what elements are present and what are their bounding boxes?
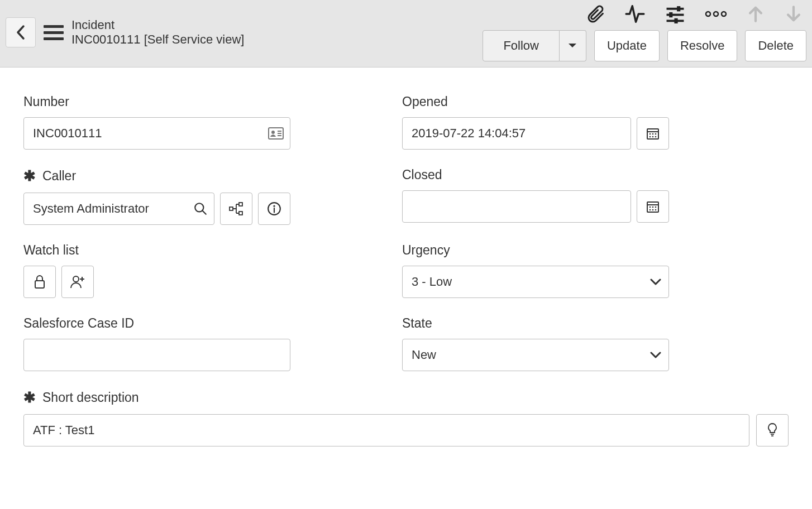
settings-icon[interactable] [665, 4, 686, 23]
urgency-select[interactable] [402, 266, 669, 298]
add-user-icon [70, 275, 85, 289]
svg-point-39 [73, 276, 79, 282]
chevron-left-icon [16, 25, 26, 40]
menu-button[interactable] [44, 25, 64, 40]
svg-line-23 [202, 210, 206, 214]
follow-button-group: Follow [483, 30, 586, 61]
more-icon[interactable] [705, 11, 727, 17]
svg-point-10 [271, 131, 275, 134]
svg-point-32 [649, 207, 651, 208]
number-label: Number [23, 94, 290, 109]
update-button[interactable]: Update [594, 30, 660, 61]
svg-rect-26 [239, 212, 242, 215]
caller-input[interactable] [23, 193, 214, 225]
svg-point-34 [655, 207, 657, 208]
short-description-label: ✱ Short description [23, 389, 789, 406]
salesforce-label: Salesforce Case ID [23, 316, 290, 331]
svg-rect-3 [669, 12, 672, 17]
calendar-icon [646, 127, 660, 140]
title-block: Incident INC0010111 [Self Service view] [71, 18, 244, 47]
form-body: Number Opened ✱ Caller [0, 68, 812, 476]
lock-icon [34, 275, 46, 289]
svg-rect-25 [239, 203, 242, 206]
record-type: Incident [71, 18, 244, 32]
record-title: INC0010111 [Self Service view] [71, 32, 244, 47]
svg-point-17 [652, 133, 654, 135]
caller-tree-button[interactable] [220, 193, 252, 225]
watch-list-add-user-button[interactable] [61, 266, 94, 298]
svg-rect-1 [677, 6, 680, 11]
svg-rect-24 [230, 207, 233, 210]
watch-list-lock-button[interactable] [23, 266, 56, 298]
search-icon [193, 201, 208, 216]
closed-date-picker-button[interactable] [637, 190, 669, 223]
urgency-label: Urgency [402, 243, 669, 258]
closed-input[interactable] [402, 190, 631, 223]
caller-label: ✱ Caller [23, 167, 290, 185]
number-input[interactable] [23, 117, 290, 150]
svg-point-28 [273, 205, 275, 207]
calendar-icon [646, 200, 660, 213]
svg-point-20 [652, 136, 654, 138]
follow-button[interactable]: Follow [483, 30, 560, 61]
required-asterisk-icon: ✱ [23, 167, 36, 185]
short-description-input[interactable] [23, 414, 749, 446]
salesforce-input[interactable] [23, 339, 290, 371]
opened-date-picker-button[interactable] [637, 117, 669, 150]
lightbulb-icon [766, 422, 778, 438]
caller-search-button[interactable] [193, 201, 208, 216]
svg-point-33 [652, 207, 654, 208]
follow-dropdown-button[interactable] [560, 30, 586, 61]
arrow-up-icon[interactable] [746, 4, 765, 23]
svg-point-21 [655, 136, 657, 138]
form-header: Incident INC0010111 [Self Service view] [0, 0, 812, 68]
id-card-icon[interactable] [268, 127, 284, 140]
svg-point-37 [655, 209, 657, 211]
arrow-down-icon[interactable] [784, 4, 803, 23]
svg-point-19 [649, 136, 651, 138]
caret-down-icon [568, 43, 577, 49]
svg-rect-38 [35, 281, 44, 288]
state-select[interactable] [402, 339, 669, 371]
delete-button[interactable]: Delete [745, 30, 806, 61]
closed-label: Closed [402, 167, 669, 183]
svg-rect-5 [674, 18, 677, 23]
required-asterisk-icon: ✱ [23, 389, 36, 406]
tree-icon [229, 202, 243, 215]
svg-point-18 [655, 133, 657, 135]
attachment-icon[interactable] [585, 4, 605, 24]
info-icon [267, 201, 281, 216]
svg-point-36 [652, 209, 654, 211]
svg-point-16 [649, 133, 651, 135]
opened-input[interactable] [402, 117, 631, 150]
resolve-button[interactable]: Resolve [667, 30, 737, 61]
back-button[interactable] [6, 17, 36, 47]
svg-point-8 [722, 12, 726, 16]
svg-point-7 [714, 12, 718, 16]
watch-list-label: Watch list [23, 243, 290, 258]
opened-label: Opened [402, 94, 669, 109]
suggestion-button[interactable] [756, 414, 789, 446]
activity-icon[interactable] [624, 3, 646, 25]
svg-point-35 [649, 209, 651, 211]
svg-point-6 [706, 12, 710, 16]
state-label: State [402, 316, 669, 331]
caller-info-button[interactable] [258, 193, 290, 225]
